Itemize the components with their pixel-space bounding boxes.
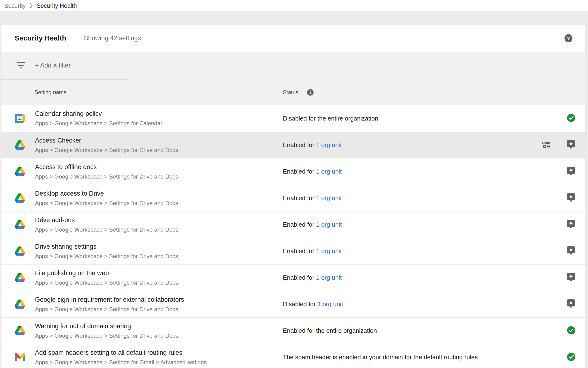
status-text: Enabled for [283, 221, 316, 228]
setting-title: Warning for out of domain sharing [35, 322, 178, 330]
setting-path: Apps > Google Workspace > Settings for D… [35, 174, 178, 180]
drive-icon [15, 167, 25, 176]
chevron-right-icon [29, 3, 33, 9]
setting-path: Apps > Google Workspace > Settings for D… [35, 147, 178, 153]
help-icon[interactable]: ? [564, 34, 573, 43]
status-cell: The spam header is enabled in your domai… [283, 344, 478, 368]
status-text: Enabled for [283, 248, 316, 255]
security-health-card: Security Health Showing 42 settings ? + … [1, 25, 585, 368]
table-row[interactable]: 31 [1, 105, 585, 132]
org-unit-link[interactable]: 1 org unit [316, 274, 342, 281]
table-row[interactable]: 31 [1, 185, 585, 211]
row-state-icons [567, 318, 576, 344]
green-check-icon [567, 352, 576, 362]
status-info-icon[interactable] [307, 89, 314, 96]
row-state-icons [566, 291, 576, 317]
app-icon: 31 [15, 273, 25, 282]
org-units-list-icon [542, 141, 551, 149]
status-cell: Enabled for the entire organization [283, 318, 377, 344]
row-state-icons [566, 185, 576, 211]
setting-path: Apps > Google Workspace > Settings for D… [35, 200, 178, 206]
status-text: Enabled for [283, 274, 316, 281]
status-text: Disabled for the entire organization [283, 115, 378, 122]
status-cell: Disabled for 1 org unit [283, 291, 343, 317]
setting-name-cell: 31 [15, 132, 178, 158]
row-state-icons [567, 344, 576, 368]
drive-icon [15, 326, 25, 335]
breadcrumb-security-link[interactable]: Security [4, 2, 26, 9]
setting-title: Calendar sharing policy [35, 110, 162, 118]
setting-name-cell: 31 [15, 238, 178, 264]
setting-title: Access to offline docs [35, 163, 178, 171]
org-unit-link[interactable]: 1 org unit [316, 141, 342, 149]
status-text: Enabled for [283, 141, 316, 149]
setting-name-cell: 31 [15, 212, 178, 238]
breadcrumb: Security Security Health [0, 0, 588, 11]
setting-name-cell: 31 [15, 265, 178, 291]
row-state-icons [566, 158, 576, 185]
filter-and-header-section: + Add a filter Setting name Status [1, 52, 585, 105]
setting-path: Apps > Google Workspace > Settings for D… [35, 253, 178, 259]
setting-title: Add spam headers setting to all default … [35, 349, 207, 356]
setting-title: Google sign-in requirement for external … [35, 296, 184, 303]
table-row[interactable]: 31 [1, 211, 585, 238]
org-unit-link[interactable]: 1 org unit [316, 248, 342, 255]
app-icon: 31 [15, 220, 25, 229]
setting-title: File publishing on the web [35, 269, 178, 277]
svg-text:?: ? [567, 35, 570, 41]
recommendation-badge-icon[interactable] [566, 166, 576, 177]
recommendation-badge-icon[interactable] [566, 193, 576, 203]
status-cell: Enabled for 1 org unit [283, 158, 342, 185]
status-cell: Enabled for 1 org unit [283, 265, 342, 291]
card-header: Security Health Showing 42 settings ? [1, 25, 585, 52]
recommendation-badge-icon[interactable] [566, 272, 576, 283]
calendar-icon: 31 [15, 114, 25, 123]
row-state-icons [542, 132, 576, 158]
status-cell: Enabled for 1 org unit [283, 212, 342, 238]
setting-name-cell: 31 [15, 105, 162, 132]
table-row[interactable]: 31 [1, 317, 585, 344]
drive-icon [15, 273, 25, 282]
svg-text:31: 31 [18, 117, 22, 120]
table-row[interactable]: 31 [1, 238, 585, 264]
org-unit-link[interactable]: 1 org unit [316, 221, 342, 228]
green-check-icon [567, 113, 576, 123]
recommendation-badge-icon[interactable] [566, 246, 576, 257]
setting-name-cell: 31 [15, 291, 184, 317]
title-separator [75, 33, 75, 43]
drive-icon [15, 300, 25, 309]
status-cell: Disabled for the entire organization [283, 105, 378, 132]
table-row[interactable]: 31 [1, 132, 585, 158]
recommendation-badge-icon[interactable] [566, 140, 576, 150]
column-status: Status [283, 89, 298, 96]
table-row[interactable]: 31 [1, 291, 585, 317]
app-icon: 31 [15, 140, 25, 150]
org-unit-link[interactable]: 1 org unit [316, 168, 342, 175]
org-unit-link[interactable]: 1 org unit [317, 301, 343, 308]
settings-count-label: Showing 42 settings [84, 35, 141, 42]
setting-path: Apps > Google Workspace > Settings for D… [35, 306, 184, 312]
drive-icon [15, 247, 25, 256]
setting-title: Desktop access to Drive [35, 190, 178, 197]
row-state-icons [567, 105, 576, 132]
setting-title: Access Checker [35, 137, 178, 144]
drive-icon [15, 220, 25, 229]
recommendation-badge-icon[interactable] [566, 299, 576, 310]
setting-path: Apps > Google Workspace > Settings for D… [35, 280, 178, 286]
setting-path: Apps > Google Workspace > Settings for G… [35, 359, 207, 365]
setting-path: Apps > Google Workspace > Settings for D… [35, 333, 178, 339]
add-filter-button[interactable]: + Add a filter [35, 62, 71, 69]
setting-title: Drive add-ons [35, 216, 178, 224]
column-setting-name: Setting name [35, 89, 67, 96]
filter-bar[interactable]: + Add a filter [1, 52, 585, 79]
app-icon: 31 [15, 167, 25, 176]
recommendation-badge-icon[interactable] [566, 219, 576, 230]
status-cell: Enabled for 1 org unit [283, 185, 342, 211]
table-row[interactable]: 31 [1, 264, 585, 291]
drive-icon [15, 193, 25, 203]
breadcrumb-current-page: Security Health [37, 2, 77, 9]
org-unit-link[interactable]: 1 org unit [316, 194, 342, 202]
table-row[interactable]: 31 [1, 344, 585, 368]
table-row[interactable]: 31 [1, 158, 585, 185]
status-text: Disabled for [283, 301, 317, 308]
